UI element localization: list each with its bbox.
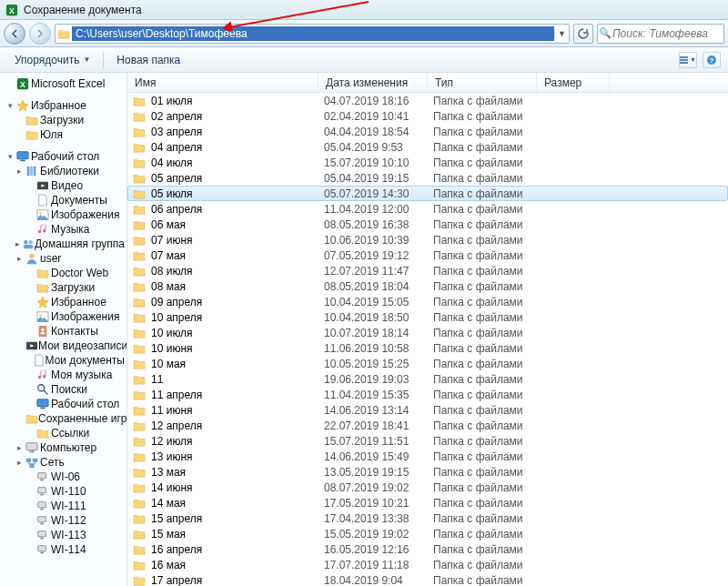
help-button[interactable]: ? [703,52,721,68]
sidebar-item[interactable]: Юля [4,127,126,142]
sidebar-item[interactable]: Моя музыка [4,368,126,382]
file-row[interactable]: 14 мая17.05.2019 10:21Папка с файлами [127,495,728,510]
sidebar-item[interactable]: Контакты [4,324,126,338]
file-row[interactable]: 03 апреля04.04.2019 18:54Папка с файлами [127,124,728,139]
file-row[interactable]: 10 апреля10.04.2019 18:50Папка с файлами [127,309,728,325]
sidebar-item[interactable]: Рабочий стол [4,397,126,411]
file-row[interactable]: 01 июля04.07.2019 18:16Папка с файлами [127,93,728,108]
file-row[interactable]: 11 апреля11.04.2019 15:35Папка с файлами [127,387,728,402]
file-row[interactable]: 17 апреля18.04.2019 9:04Папка с файлами [127,572,728,586]
sidebar-item[interactable]: Документы [4,193,126,207]
file-row[interactable]: 04 апреля05.04.2019 9:53Папка с файлами [127,139,728,155]
sidebar-item[interactable]: Музыка [4,222,126,237]
svg-rect-9 [17,152,28,159]
sidebar-item[interactable]: Мои документы [4,353,126,368]
file-type: Папка с файлами [433,141,542,154]
sidebar-item[interactable]: Загрузки [4,113,126,127]
file-row[interactable]: 06 апреля11.04.2019 12:00Папка с файлами [127,201,728,217]
file-row[interactable]: 04 июля15.07.2019 10:10Папка с файлами [127,155,728,170]
file-row[interactable]: 1119.06.2019 19:03Папка с файлами [127,371,728,387]
file-list[interactable]: 01 июля04.07.2019 18:16Папка с файлами02… [127,93,728,586]
file-row[interactable]: 14 июня08.07.2019 19:02Папка с файлами [127,480,728,495]
sidebar-item[interactable]: WI-112 [4,513,126,528]
file-row[interactable]: 12 апреля22.07.2019 18:41Папка с файлами [127,418,728,433]
search-input[interactable] [612,27,723,40]
organize-button[interactable]: Упорядочить ▼ [7,51,97,69]
folder-icon [133,451,151,462]
new-folder-button[interactable]: Новая папка [109,51,187,69]
address-path[interactable]: C:\Users\user\Desktop\Тимофеева [72,26,554,41]
sidebar-item[interactable]: WI-113 [4,528,126,542]
sidebar-item[interactable]: Изображения [4,309,126,324]
file-row[interactable]: 10 июня11.06.2019 10:58Папка с файлами [127,340,728,356]
sidebar-item[interactable]: Видео [4,178,126,193]
address-dropdown[interactable]: ▼ [554,29,569,38]
file-row[interactable]: 08 июля12.07.2019 11:47Папка с файлами [127,263,728,278]
file-row[interactable]: 11 июня14.06.2019 13:14Папка с файлами [127,402,728,418]
file-row[interactable]: 13 мая13.05.2019 19:15Папка с файлами [127,464,728,480]
sidebar-item[interactable]: Сохраненные игры [4,411,126,426]
file-name: 14 мая [151,497,324,510]
file-row[interactable]: 02 апреля02.04.2019 10:41Папка с файлами [127,108,728,124]
sidebar-item[interactable]: Загрузки [4,280,126,295]
expand-icon[interactable]: ▸ [15,239,22,248]
expand-icon[interactable]: ▸ [15,254,24,263]
column-size[interactable]: Размер [537,73,610,92]
refresh-button[interactable] [573,24,593,44]
sidebar-item[interactable]: ▸Сеть [4,455,126,470]
sidebar-item[interactable]: WI-110 [4,484,126,499]
file-row[interactable]: 07 мая07.05.2019 19:12Папка с файлами [127,248,728,263]
sidebar-item[interactable]: Ссылки [4,426,126,440]
view-mode-button[interactable]: ▼ [679,52,697,68]
forward-button[interactable] [29,23,51,45]
file-row[interactable]: 08 мая08.05.2019 18:04Папка с файлами [127,278,728,294]
sidebar-item[interactable]: WI-06 [4,470,126,484]
sidebar-item[interactable]: ▸Библиотеки [4,164,126,178]
expand-icon[interactable]: ▸ [15,458,24,467]
navigation-sidebar[interactable]: XMicrosoft Excel▾ИзбранноеЗагрузкиЮля▾Ра… [0,73,127,586]
expand-icon[interactable]: ▾ [5,101,15,110]
sidebar-item[interactable]: Doctor Web [4,266,126,280]
expand-icon[interactable]: ▾ [5,152,15,161]
expand-icon[interactable]: ▸ [15,443,24,452]
sidebar-item[interactable]: ▾Избранное [4,98,126,113]
sidebar-item[interactable]: WI-114 [4,542,126,557]
sidebar-item[interactable]: Поиски [4,382,126,397]
sidebar-item[interactable]: Мои видеозаписи [4,338,126,353]
file-row[interactable]: 09 апреля10.04.2019 15:05Папка с файлами [127,294,728,309]
file-row[interactable]: 05 апреля05.04.2019 19:15Папка с файлами [127,170,728,186]
column-type[interactable]: Тип [428,73,537,92]
sidebar-item[interactable]: ▸Домашняя группа [4,237,126,251]
sidebar-item[interactable]: XMicrosoft Excel [4,76,126,91]
back-button[interactable] [4,23,25,45]
file-row[interactable]: 16 апреля16.05.2019 12:16Папка с файлами [127,541,728,557]
svg-rect-39 [38,502,46,508]
sidebar-item[interactable]: ▸Компьютер [4,440,126,455]
sidebar-item[interactable]: ▾Рабочий стол [4,149,126,164]
file-row[interactable]: 10 мая10.05.2019 15:25Папка с файлами [127,356,728,371]
file-row[interactable]: 05 июля05.07.2019 14:30Папка с файлами [127,186,728,201]
file-name: 10 мая [151,358,324,370]
column-date[interactable]: Дата изменения [318,73,428,92]
file-row[interactable]: 16 мая17.07.2019 11:18Папка с файлами [127,557,728,572]
sidebar-item[interactable]: WI-111 [4,499,126,513]
address-field[interactable]: C:\Users\user\Desktop\Тимофеева ▼ [55,24,570,44]
file-type: Папка с файлами [433,481,542,494]
file-row[interactable]: 10 июля10.07.2019 18:14Папка с файлами [127,325,728,340]
search-box[interactable]: 🔍 [597,24,724,44]
sidebar-item[interactable]: Изображения [4,207,126,222]
file-row[interactable]: 13 июня14.06.2019 15:49Папка с файлами [127,449,728,464]
file-row[interactable]: 15 мая15.05.2019 19:02Папка с файлами [127,526,728,541]
file-row[interactable]: 06 мая08.05.2019 16:38Папка с файлами [127,217,728,232]
file-name: 05 июля [151,187,324,200]
file-row[interactable]: 12 июля15.07.2019 11:51Папка с файлами [127,433,728,449]
file-row[interactable]: 07 июня10.06.2019 10:39Папка с файлами [127,232,728,248]
expand-icon[interactable]: ▸ [15,167,24,176]
column-name[interactable]: Имя [127,73,318,92]
file-type: Папка с файлами [433,95,542,107]
file-type: Папка с файлами [433,234,542,247]
file-row[interactable]: 15 апреля17.04.2019 13:38Папка с файлами [127,510,728,526]
sidebar-item[interactable]: ▸user [4,251,126,266]
sidebar-item[interactable]: Избранное [4,295,126,309]
sidebar-item-label: user [40,252,61,265]
